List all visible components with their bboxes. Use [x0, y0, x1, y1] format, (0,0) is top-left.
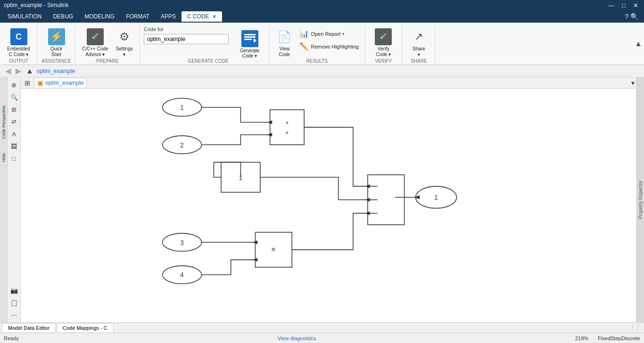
advisor-label: C/C++ CodeAdvisor ▾ — [82, 46, 108, 57]
code-mappings-tab[interactable]: Code Mappings - C — [57, 323, 114, 332]
menu-format[interactable]: FORMAT — [120, 11, 155, 22]
breadcrumb-link[interactable]: optim_example — [37, 68, 75, 74]
camera-icon[interactable]: 📷 — [8, 285, 20, 296]
sim-mode: FixedStepDiscrete — [598, 335, 640, 341]
main-area: Code Perspective Hide ⊕ 🔍 ⊞ ⇄ A 🖼 □ 📷 📋 … — [0, 77, 644, 322]
view-code-icon: 📄 — [276, 28, 293, 45]
zoom-in-icon[interactable]: 🔍 — [8, 91, 20, 103]
more-icon[interactable]: ⋯ — [8, 309, 20, 320]
up-btn[interactable]: ▲ — [25, 67, 35, 75]
swap-icon[interactable]: ⇄ — [8, 116, 20, 127]
menu-debug[interactable]: DEBUG — [47, 11, 79, 22]
ribbon-prepare-section: ✔ C/C++ CodeAdvisor ▾ ⚙ Settings▾ PREPAR… — [75, 23, 140, 65]
svg-marker-27 — [268, 133, 272, 136]
code-for-label: Code for — [144, 26, 229, 32]
svg-text:+: + — [285, 130, 289, 136]
status-bar: Ready View diagnostics 219% FixedStepDis… — [0, 333, 644, 343]
quick-start-label: QuickStart — [50, 46, 63, 57]
svg-marker-32 — [253, 258, 257, 261]
canvas-expand-btn[interactable]: ⊞ — [23, 79, 32, 87]
image-icon[interactable]: 🖼 — [8, 140, 20, 152]
verify-code-btn[interactable]: ✔ VerifyCode ▾ — [372, 26, 395, 59]
verify-label: VerifyCode ▾ — [376, 46, 391, 57]
ribbon-generate-section: Code for GenerateCode ▾ GENERATE CODE — [140, 23, 270, 65]
share-label: Share▾ — [413, 46, 425, 57]
verify-label-bottom: VERIFY — [365, 58, 402, 64]
view-code-btn[interactable]: 📄 ViewCode — [273, 26, 296, 59]
embedded-ccode-btn[interactable]: C EmbeddedC Code ▾ — [4, 26, 33, 59]
menu-modeling[interactable]: MODELING — [79, 11, 120, 22]
remove-highlight-btn[interactable]: ✏️ Remove Highlighting — [297, 41, 361, 52]
canvas-tab[interactable]: ▣ optim_example — [34, 78, 87, 88]
generate-code-label: GenerateCode ▾ — [240, 48, 260, 58]
property-inspector-label[interactable]: Property Inspector — [638, 180, 643, 219]
ribbon-results-section: 📄 ViewCode 📊 Open Report ▾ ✏️ Remove Hig… — [269, 23, 365, 65]
generate-code-icon — [241, 30, 258, 47]
menu-apps[interactable]: APPS — [155, 11, 182, 22]
svg-rect-13 — [256, 232, 292, 267]
view-diagnostics-link[interactable]: View diagnostics — [278, 335, 316, 341]
status-right-area: 219% FixedStepDiscrete — [575, 335, 640, 341]
ribbon-prepare-items: ✔ C/C++ CodeAdvisor ▾ ⚙ Settings▾ — [79, 24, 136, 63]
svg-text:1: 1 — [239, 173, 242, 181]
svg-point-15 — [163, 233, 202, 251]
generate-label: GENERATE CODE — [144, 58, 273, 64]
close-btn[interactable]: ✕ — [631, 2, 640, 9]
ribbon-share-items: ↗ Share▾ — [407, 24, 430, 63]
results-label: RESULTS — [269, 58, 364, 64]
settings-icon: ⚙ — [116, 28, 133, 45]
ccode-tab-label: C CODE — [187, 13, 209, 20]
forward-btn[interactable]: ▶ — [14, 66, 23, 75]
ribbon-verify-items: ✔ VerifyCode ▾ — [372, 24, 395, 63]
open-report-btn[interactable]: 📊 Open Report ▾ — [297, 28, 361, 39]
embedded-label: EmbeddedC Code ▾ — [7, 46, 30, 57]
resize-handle[interactable]: ⋮⋮ — [630, 325, 642, 331]
menu-simulation[interactable]: SIMULATION — [2, 11, 47, 22]
status-text: Ready — [4, 335, 19, 341]
svg-rect-0 — [244, 34, 256, 35]
left-sidebar: ⊕ 🔍 ⊞ ⇄ A 🖼 □ 📷 📋 ⋯ — [8, 77, 21, 322]
breadcrumb-bar: ◀ ▶ ▲ optim_example — [0, 65, 644, 77]
search-icon[interactable]: 🔍 — [630, 13, 638, 20]
advisor-btn[interactable]: ✔ C/C++ CodeAdvisor ▾ — [79, 26, 111, 59]
canvas-tab-icon: ▣ — [37, 79, 43, 87]
hide-label[interactable]: Hide — [1, 153, 6, 162]
ccode-tab-close[interactable]: ✕ — [212, 14, 216, 20]
open-report-arrow: ▾ — [342, 32, 345, 36]
minimize-btn[interactable]: — — [606, 2, 616, 9]
assistance-label: ASSISTANCE — [38, 58, 75, 64]
share-btn[interactable]: ↗ Share▾ — [407, 26, 430, 59]
menu-ccode-tab[interactable]: C CODE ✕ — [182, 11, 222, 22]
code-for-input[interactable] — [144, 34, 229, 44]
ribbon-share-section: ↗ Share▾ SHARE — [403, 23, 436, 65]
canvas-dropdown-btn[interactable]: ▾ — [631, 79, 635, 87]
book-icon[interactable]: 📋 — [8, 297, 20, 308]
title-bar: optim_example - Simulink — □ ✕ — [0, 0, 644, 10]
fit-icon[interactable]: ⊞ — [8, 104, 20, 115]
settings-btn[interactable]: ⚙ Settings▾ — [113, 26, 136, 59]
svg-text:3: 3 — [180, 239, 183, 246]
code-perspective-label[interactable]: Code Perspective — [1, 106, 6, 139]
svg-rect-19 — [368, 175, 405, 225]
settings-label: Settings▾ — [116, 46, 133, 57]
model-data-editor-tab[interactable]: Model Data Editor — [2, 323, 56, 332]
quick-start-btn[interactable]: ⚡ QuickStart — [45, 26, 68, 59]
svg-text:+: + — [285, 120, 289, 126]
share-label-bottom: SHARE — [403, 58, 435, 64]
svg-rect-1 — [244, 36, 256, 38]
expand-sidebar-icon[interactable]: ⊕ — [8, 79, 20, 90]
back-btn[interactable]: ◀ — [4, 66, 12, 75]
svg-point-24 — [415, 186, 456, 208]
svg-marker-30 — [366, 212, 370, 214]
menu-bar: SIMULATION DEBUG MODELING FORMAT APPS C … — [0, 10, 644, 23]
remove-highlight-label: Remove Highlighting — [311, 44, 359, 49]
svg-text:1: 1 — [434, 194, 438, 201]
svg-point-17 — [163, 266, 202, 284]
text-icon[interactable]: A — [8, 128, 20, 139]
question-icon[interactable]: ? — [625, 13, 628, 20]
svg-marker-28 — [366, 185, 370, 188]
maximize-btn[interactable]: □ — [620, 2, 627, 9]
rect-icon[interactable]: □ — [8, 153, 20, 164]
ribbon-collapse[interactable]: ▲ — [633, 23, 644, 65]
right-sidebar: Property Inspector — [636, 77, 644, 322]
